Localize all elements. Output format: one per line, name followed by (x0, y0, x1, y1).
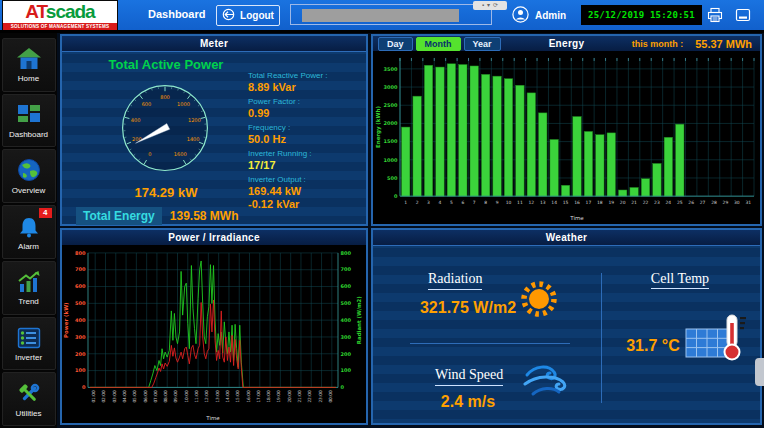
tab-month[interactable]: Month (416, 37, 461, 51)
svg-text:01:00: 01:00 (91, 390, 96, 403)
stat-label: Frequency : (248, 123, 364, 132)
stat-label: Inverter Output : (248, 175, 364, 184)
svg-text:600: 600 (75, 283, 86, 289)
svg-text:12: 12 (528, 200, 534, 205)
svg-text:20: 20 (620, 200, 626, 205)
sidebar-item-dashboard[interactable]: Dashboard (2, 94, 56, 148)
svg-text:18:00: 18:00 (266, 390, 271, 403)
nav-dashboard-label[interactable]: Dashboard (148, 8, 205, 20)
sidebar-item-overview[interactable]: Overview (2, 149, 56, 203)
tab-day[interactable]: Day (378, 37, 413, 51)
side-tab[interactable] (755, 358, 764, 386)
svg-text:10: 10 (506, 200, 512, 205)
power-gauge: 02004006008001000120014001600 (112, 76, 218, 182)
svg-text:1400: 1400 (187, 136, 200, 142)
svg-text:Power (kW): Power (kW) (63, 302, 69, 338)
globe-icon (16, 158, 42, 184)
logo-brand-green: scada (46, 1, 95, 22)
user-icon (512, 6, 529, 25)
power-irradiance-panel: Power / Irradiance 001001002002003003004… (60, 228, 368, 425)
stat-frequency: Frequency : 50.0 Hz (248, 123, 364, 145)
svg-text:1000: 1000 (177, 101, 190, 107)
energy-summary-value: 55.37 MWh (695, 38, 752, 50)
svg-text:800: 800 (160, 94, 170, 100)
svg-text:22:00: 22:00 (307, 390, 312, 403)
svg-text:21:00: 21:00 (297, 390, 302, 403)
cell-temp-value: 31.7 °C (613, 337, 693, 355)
sidebar-item-label: Trend (18, 297, 39, 306)
energy-panel: Energy Day Month Year this month : 55.37… (371, 34, 762, 226)
user-account[interactable]: Admin (512, 6, 566, 25)
scada-dashboard: ATscada SOLUTIONS OF MANAGEMENT SYSTEMS … (0, 0, 764, 428)
mini-toolbar[interactable]: ▪▾⟳ (473, 1, 507, 10)
svg-text:300: 300 (341, 334, 352, 340)
svg-text:9: 9 (496, 200, 499, 205)
svg-text:23:00: 23:00 (318, 390, 323, 403)
logout-label: Logout (240, 10, 274, 21)
svg-text:16:00: 16:00 (246, 390, 251, 403)
sidebar-item-inverter[interactable]: Inverter (2, 317, 56, 371)
refresh-icon: ⟳ (493, 1, 498, 10)
logo-tagline: SOLUTIONS OF MANAGEMENT SYSTEMS (3, 23, 117, 30)
sidebar-item-utilities[interactable]: Utilities (2, 372, 56, 426)
logout-button[interactable]: Logout (216, 5, 280, 26)
svg-text:3000: 3000 (384, 84, 398, 90)
svg-text:27: 27 (700, 200, 706, 205)
svg-text:Time: Time (205, 415, 220, 421)
logout-icon (222, 8, 235, 23)
svg-text:1600: 1600 (174, 151, 187, 157)
svg-text:26: 26 (688, 200, 694, 205)
stat-label: Power Factor : (248, 97, 364, 106)
gauge-title: Total Active Power (70, 57, 262, 72)
stat-value: 17/17 (248, 159, 364, 171)
svg-text:8: 8 (484, 200, 487, 205)
svg-text:09:00: 09:00 (173, 390, 178, 403)
sidebar-item-alarm[interactable]: 4 Alarm (2, 205, 56, 259)
svg-text:23: 23 (654, 200, 660, 205)
weather-panel-title: Weather (373, 230, 760, 245)
tab-year[interactable]: Year (464, 37, 501, 51)
cell-temp-icon (685, 311, 747, 371)
svg-text:06:00: 06:00 (143, 390, 148, 403)
svg-text:14: 14 (551, 200, 557, 205)
svg-text:700: 700 (75, 266, 86, 272)
svg-text:3500: 3500 (384, 66, 398, 72)
user-name: Admin (535, 10, 566, 21)
svg-text:1500: 1500 (384, 138, 398, 144)
address-input[interactable] (290, 4, 492, 25)
wind-speed-label: Wind Speed (435, 367, 503, 386)
top-bar: ATscada SOLUTIONS OF MANAGEMENT SYSTEMS … (0, 0, 764, 30)
trend-chart-icon (16, 269, 42, 295)
svg-text:31: 31 (745, 200, 751, 205)
svg-text:18: 18 (597, 200, 603, 205)
stat-value2: -0.12 kVar (248, 198, 364, 210)
print-icon[interactable] (706, 6, 724, 24)
svg-text:13:00: 13:00 (215, 390, 220, 403)
svg-text:12:00: 12:00 (204, 390, 209, 403)
sidebar-item-home[interactable]: Home (2, 38, 56, 92)
utilities-tools-icon (16, 381, 42, 407)
energy-period-tabs: Day Month Year (378, 37, 501, 51)
stat-value: 0.99 (248, 107, 364, 119)
svg-text:04:00: 04:00 (122, 390, 127, 403)
power-panel-title: Power / Irradiance (62, 230, 366, 245)
svg-text:6: 6 (461, 200, 464, 205)
cell-temp-label: Cell Temp (651, 271, 709, 289)
sidebar-item-label: Inverter (15, 353, 42, 362)
svg-text:07:00: 07:00 (153, 390, 158, 403)
svg-text:0: 0 (148, 151, 151, 157)
svg-text:10:00: 10:00 (184, 390, 189, 403)
energy-summary: this month : 55.37 MWh (632, 36, 752, 51)
monitor-window-icon[interactable] (734, 6, 752, 24)
sidebar-item-trend[interactable]: Trend (2, 261, 56, 315)
svg-text:2000: 2000 (384, 120, 398, 126)
address-input-fill (302, 9, 459, 22)
stat-label: Inverter Running : (248, 149, 364, 158)
gauge-value: 174.29 kW (70, 185, 262, 200)
svg-text:1200: 1200 (188, 117, 201, 123)
atscada-logo[interactable]: ATscada SOLUTIONS OF MANAGEMENT SYSTEMS (2, 0, 118, 30)
svg-text:Radiant (W/m2): Radiant (W/m2) (356, 296, 362, 344)
stat-reactive-power: Total Reactive Power : 8.89 kVar (248, 71, 364, 93)
svg-text:400: 400 (131, 117, 141, 123)
top-divider (0, 30, 764, 33)
